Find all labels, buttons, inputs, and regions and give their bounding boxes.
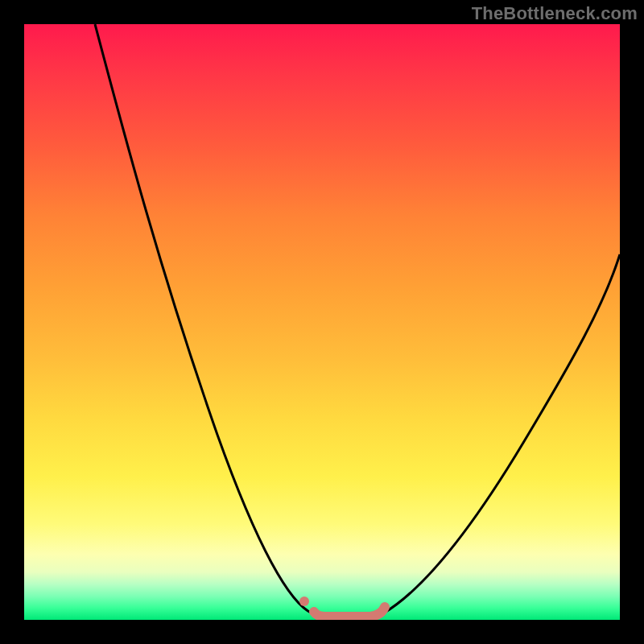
marker-left-dot bbox=[299, 597, 309, 606]
chart-frame: TheBottleneck.com bbox=[0, 0, 644, 644]
watermark-text: TheBottleneck.com bbox=[472, 3, 638, 24]
marker-flat-segment bbox=[314, 607, 385, 617]
bottleneck-curve-left bbox=[95, 24, 312, 613]
plot-area bbox=[24, 24, 620, 620]
chart-svg bbox=[24, 24, 620, 620]
bottleneck-curve-right bbox=[383, 254, 620, 613]
